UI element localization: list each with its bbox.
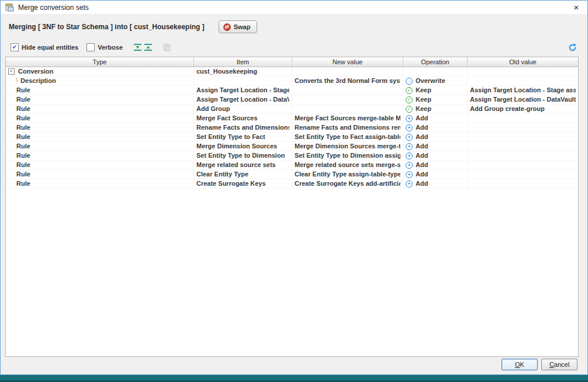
column-header-new-value[interactable]: New value — [292, 57, 403, 67]
verbose-checkbox[interactable]: Verbose — [87, 43, 123, 51]
operation-label: Add — [416, 151, 428, 160]
cell-new-value — [292, 86, 403, 95]
operation-icon — [406, 87, 413, 94]
cell-old-value — [468, 170, 578, 179]
table-row[interactable]: Rule Clear Entity Type Clear Entity Type… — [6, 170, 578, 179]
tree-collapse-icon[interactable] — [8, 68, 15, 75]
operation-icon — [406, 134, 413, 141]
column-header-type[interactable]: Type — [6, 57, 194, 67]
operation-label: Keep — [416, 86, 431, 95]
cell-operation: Add — [403, 114, 468, 123]
cell-type: Conversion — [6, 67, 194, 77]
cell-old-value — [468, 133, 578, 142]
row-item-label: cust_Housekeeping — [196, 67, 257, 76]
table-row[interactable]: Conversion cust_Housekeeping — [6, 67, 578, 77]
cell-new-value — [292, 95, 403, 105]
operation-label: Add — [416, 179, 428, 188]
cell-new-value: Merge Fact Sources merge-table Me... — [292, 114, 403, 123]
cell-type: Rule — [6, 151, 194, 161]
row-item-label: Set Entity Type to Dimension — [196, 151, 285, 160]
table-row[interactable]: Rule Merge Fact Sources Merge Fact Sourc… — [6, 114, 578, 123]
row-new-value-label: Merge Fact Sources merge-table Me... — [295, 114, 400, 123]
cell-type: Rule — [6, 114, 194, 123]
row-type-label: Rule — [16, 142, 30, 151]
cell-item: cust_Housekeeping — [194, 67, 292, 77]
row-old-value-label: Assign Target Location - DataVault a... — [470, 95, 576, 104]
row-type-label: Rule — [16, 151, 30, 160]
cell-item: Assign Target Location - DataVa... — [194, 95, 292, 105]
cell-operation: Overwrite — [403, 77, 468, 86]
cell-old-value: Assign Target Location - DataVault a... — [468, 95, 578, 105]
close-icon[interactable]: × — [565, 1, 587, 14]
cell-item: Set Entity Type to Fact — [194, 133, 292, 142]
cell-item: Merge Dimension Sources — [194, 142, 292, 151]
cell-old-value — [468, 77, 578, 86]
row-type-label: Rule — [16, 114, 30, 123]
cell-operation — [403, 67, 468, 77]
title-bar: Merge conversion sets × — [1, 1, 587, 15]
cell-type: Rule — [6, 179, 194, 189]
tree-connector — [15, 77, 19, 85]
cell-old-value — [468, 161, 578, 170]
cell-item: Merge Fact Sources — [194, 114, 292, 123]
swap-label: Swap — [234, 23, 251, 30]
operation-label: Add — [416, 114, 428, 123]
table-row[interactable]: Rule Create Surrogate Keys Create Surrog… — [6, 179, 578, 189]
operation-icon — [406, 152, 413, 159]
cell-item: Merge related source sets — [194, 161, 292, 170]
cell-type: Description — [6, 77, 194, 86]
table-row[interactable]: Rule Set Entity Type to Fact Set Entity … — [6, 133, 578, 142]
column-header-old-value[interactable]: Old value — [468, 57, 578, 67]
operation-label: Add — [416, 142, 428, 151]
row-item-label: Set Entity Type to Fact — [196, 133, 265, 141]
table-row[interactable]: Rule Set Entity Type to Dimension Set En… — [6, 151, 578, 161]
cell-item: Set Entity Type to Dimension — [194, 151, 292, 161]
row-item-label: Merge related source sets — [196, 161, 276, 169]
table-row[interactable]: Rule Rename Facts and Dimensions Rename … — [6, 123, 578, 133]
cell-operation: Keep — [403, 105, 468, 114]
operation-icon — [406, 78, 413, 85]
row-new-value-label: Set Entity Type to Fact assign-table-t..… — [295, 133, 400, 141]
cell-new-value: Clear Entity Type assign-table-type R... — [292, 170, 403, 179]
table-row[interactable]: Rule Merge Dimension Sources Merge Dimen… — [6, 142, 578, 151]
table-row[interactable]: Rule Assign Target Location - DataVa... … — [6, 95, 578, 105]
hide-equal-entities-checkbox[interactable]: ✔ Hide equal entities — [11, 43, 78, 51]
row-item-label: Assign Target Location - DataVa... — [196, 95, 289, 104]
row-item-label: Merge Dimension Sources — [196, 142, 277, 151]
row-type-label: Rule — [16, 179, 30, 188]
table-row[interactable]: Rule Merge related source sets Merge rel… — [6, 161, 578, 170]
operation-label: Add — [416, 133, 428, 141]
merging-label: Merging [ 3NF to Star Schema ] into [ cu… — [9, 23, 205, 31]
table-row[interactable]: Rule Add Group Keep Add Group create-gro… — [6, 105, 578, 114]
row-old-value-label: Assign Target Location - Stage assig... — [470, 86, 576, 95]
cell-new-value: Merge related source sets merge-so... — [292, 161, 403, 170]
column-header-item[interactable]: Item — [194, 57, 292, 67]
app-icon — [5, 3, 14, 12]
row-new-value-label: Rename Facts and Dimensions rena... — [295, 123, 400, 132]
table-row[interactable]: Description Converts the 3rd Normal Form… — [6, 77, 578, 86]
expand-all-icon[interactable] — [132, 42, 143, 53]
cell-type: Rule — [6, 95, 194, 105]
row-type-label: Conversion — [18, 67, 54, 76]
collapse-all-icon[interactable] — [143, 42, 153, 53]
row-new-value-label: Create Surrogate Keys add-artificial-... — [295, 179, 400, 188]
refresh-icon[interactable] — [567, 42, 577, 53]
operation-icon — [406, 143, 413, 150]
row-type-label: Description — [20, 77, 56, 85]
table-row[interactable]: Rule Assign Target Location - Stage Keep… — [6, 86, 578, 95]
operation-icon — [406, 124, 413, 131]
toolbar: ✔ Hide equal entities Verbose — [11, 41, 577, 53]
cell-item: Assign Target Location - Stage — [194, 86, 292, 95]
cancel-button[interactable]: Cancel — [541, 359, 577, 370]
cell-new-value: Create Surrogate Keys add-artificial-... — [292, 179, 403, 189]
row-type-label: Rule — [16, 95, 30, 104]
hide-equal-entities-label: Hide equal entities — [22, 44, 78, 51]
swap-button[interactable]: ⇄ Swap — [219, 20, 258, 33]
column-header-operation[interactable]: Operation — [403, 57, 468, 67]
ok-button[interactable]: OK — [501, 359, 538, 370]
table-header: Type Item New value Operation Old value — [6, 57, 578, 67]
operation-label: Keep — [416, 105, 431, 113]
operation-label: Add — [416, 161, 428, 169]
cell-old-value — [468, 123, 578, 133]
merge-conversion-sets-dialog: Merge conversion sets × Merging [ 3NF to… — [0, 0, 588, 375]
